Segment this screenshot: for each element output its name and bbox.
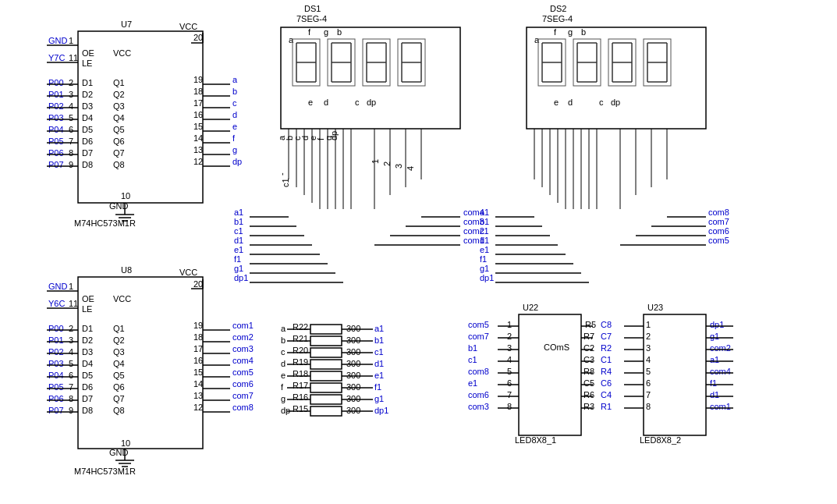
svg-text:d1: d1 [710,390,719,399]
svg-text:Q6: Q6 [113,137,125,146]
svg-text:P04: P04 [48,125,64,134]
svg-rect-358 [310,336,342,346]
svg-text:e: e [281,371,286,380]
svg-text:Y7C: Y7C [48,53,65,62]
svg-text:D3: D3 [82,101,93,111]
svg-text:7: 7 [507,390,512,399]
svg-text:com6: com6 [468,390,489,399]
svg-text:9: 9 [69,406,73,415]
svg-text:a: a [534,35,540,44]
svg-text:P03: P03 [48,359,64,368]
svg-text:4: 4 [69,101,73,111]
svg-text:d1: d1 [234,236,243,245]
svg-text:dp1: dp1 [710,320,724,329]
coms-label: COmS [544,343,569,352]
svg-text:b: b [581,27,586,37]
svg-text:C4: C4 [601,390,612,399]
svg-text:300: 300 [346,324,360,333]
svg-text:LE: LE [82,59,92,68]
svg-text:M74HC573M1R: M74HC573M1R [74,218,136,228]
svg-text:2: 2 [69,324,73,333]
svg-text:16: 16 [193,110,203,119]
svg-text:f: f [232,133,236,143]
svg-text:11: 11 [69,299,78,308]
svg-text:b1: b1 [480,217,489,226]
svg-text:dp: dp [611,98,620,107]
svg-text:Q7: Q7 [113,148,125,158]
svg-text:b: b [232,87,237,96]
svg-text:6: 6 [646,378,651,388]
svg-text:R17: R17 [293,381,308,390]
svg-text:f: f [281,382,284,392]
svg-text:f: f [554,27,557,37]
svg-text:2: 2 [646,332,651,341]
svg-text:C6: C6 [601,378,612,388]
svg-text:3: 3 [646,343,651,353]
svg-text:P02: P02 [48,347,64,357]
svg-text:f1: f1 [710,378,717,388]
svg-text:10: 10 [121,191,130,201]
svg-text:VCC: VCC [179,268,197,277]
svg-text:12: 12 [193,157,203,166]
svg-text:P06: P06 [48,148,64,158]
svg-text:D6: D6 [82,137,93,146]
svg-text:a: a [232,75,238,84]
svg-text:300: 300 [346,394,360,403]
svg-text:f: f [308,27,311,37]
svg-text:1: 1 [371,159,380,164]
svg-text:3: 3 [69,90,73,99]
svg-text:7: 7 [646,390,651,399]
svg-text:g1: g1 [710,332,719,341]
svg-text:D1: D1 [82,78,93,87]
svg-text:15: 15 [193,367,203,377]
svg-text:Q2: Q2 [113,335,125,345]
u23-label: U23 [647,303,663,312]
svg-text:dp1: dp1 [374,406,388,415]
svg-text:Q8: Q8 [113,160,125,169]
svg-text:20: 20 [193,33,203,42]
u7-label: U7 [121,20,132,29]
svg-text:b: b [281,335,286,345]
svg-text:OE: OE [82,294,94,303]
svg-text:14: 14 [193,133,203,143]
svg-text:2: 2 [507,332,512,341]
svg-text:P01: P01 [48,335,64,345]
svg-text:c1: c1 [374,347,384,357]
svg-text:com2: com2 [232,332,254,342]
svg-text:g: g [568,27,573,37]
svg-rect-360 [310,360,342,369]
svg-text:D2: D2 [82,335,93,345]
svg-text:Q2: Q2 [113,90,125,99]
svg-text:R3: R3 [583,402,594,411]
svg-text:e: e [232,122,237,131]
svg-text:com7: com7 [232,391,254,400]
ds1-label: DS1 [304,4,321,13]
svg-text:VCC: VCC [113,48,131,58]
svg-text:D7: D7 [82,148,93,158]
svg-text:P00: P00 [48,78,64,87]
svg-text:com5: com5 [232,367,254,377]
svg-text:d: d [232,110,237,119]
svg-text:f1: f1 [480,254,487,264]
svg-text:7: 7 [69,137,73,146]
svg-text:D5: D5 [82,371,93,380]
svg-rect-0 [78,31,203,203]
svg-text:8: 8 [69,148,73,158]
svg-text:Y6C: Y6C [48,299,65,308]
svg-text:VCC: VCC [113,294,131,303]
svg-rect-84 [78,277,203,449]
svg-text:b1: b1 [374,335,384,345]
svg-text:18: 18 [193,87,203,96]
svg-text:R19: R19 [293,357,308,367]
svg-text:b: b [337,27,342,37]
svg-text:5: 5 [646,367,651,376]
svg-text:c: c [355,98,360,107]
svg-text:com6: com6 [232,379,254,389]
svg-text:8: 8 [507,402,512,411]
svg-text:7SEG-4: 7SEG-4 [296,14,327,23]
svg-text:R7: R7 [583,332,594,341]
svg-text:D4: D4 [82,113,93,122]
svg-text:LED8X8_1: LED8X8_1 [515,435,556,445]
svg-text:a: a [289,35,294,44]
svg-text:com5: com5 [708,236,729,245]
